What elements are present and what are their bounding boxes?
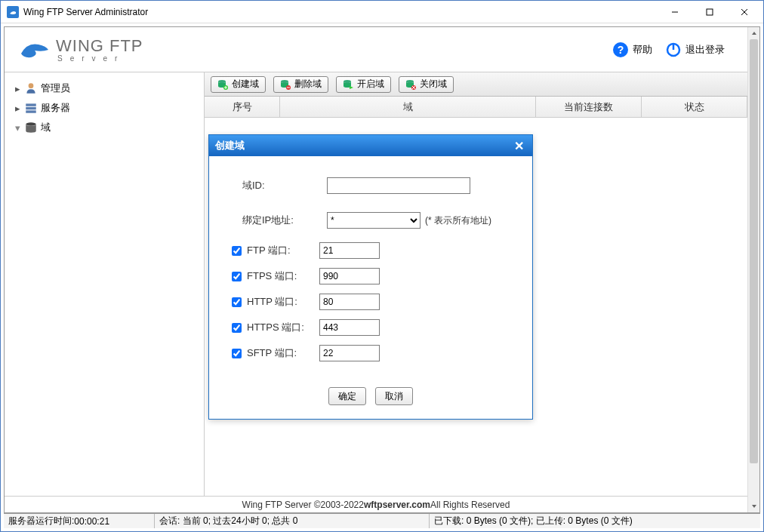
ok-button[interactable]: 确定 [328,387,366,405]
start-domain-button[interactable]: 开启域 [336,76,391,93]
cancel-button[interactable]: 取消 [375,387,413,405]
svg-point-18 [343,80,351,83]
svg-point-10 [26,122,36,126]
column-header-connections[interactable]: 当前连接数 [536,97,642,117]
ftp-checkbox[interactable] [232,246,242,256]
create-domain-dialog: 创建域 ✕ 域ID: [208,134,533,420]
button-label: 关闭域 [420,78,447,91]
column-header-domain[interactable]: 域 [280,97,536,117]
domain-id-input[interactable] [327,177,470,194]
toolbar: 创建域 删除域 开启域 [205,72,747,97]
svg-rect-8 [26,107,36,109]
statusbar: 服务器运行时间: 00:00:21 会话: 当前 0; 过去24小时 0; 总共… [4,513,760,528]
sidebar-item-server[interactable]: ▸ 服务器 [14,98,195,118]
ftps-port-label: FTPS 端口: [247,269,319,283]
create-domain-button[interactable]: 创建域 [211,76,266,93]
footer: Wing FTP Server ©2003-2022 wftpserver.co… [5,496,747,512]
logo: WING FTP Server [20,36,143,63]
app-body: WING FTP Server ? 帮助 退出登录 [1,23,763,531]
sftp-port-label: SFTP 端口: [247,346,319,360]
grid-header: 序号 域 当前连接数 状态 [205,97,747,118]
database-add-icon [217,79,228,90]
bind-ip-label: 绑定IP地址: [242,214,327,227]
scroll-thumb[interactable] [750,39,758,463]
server-icon [24,102,38,114]
dialog-title-text: 创建域 [215,139,245,152]
column-header-index[interactable]: 序号 [205,97,280,117]
help-label: 帮助 [633,43,652,57]
svg-point-11 [218,80,226,83]
svg-rect-9 [26,110,36,112]
button-label: 创建域 [232,78,259,91]
sidebar: ▸ 管理员 ▸ 服务器 ▾ [5,72,205,496]
close-button[interactable] [727,2,762,23]
status-uptime: 服务器运行时间: 00:00:21 [4,514,155,528]
logout-label: 退出登录 [685,43,725,57]
sidebar-item-admin[interactable]: ▸ 管理员 [14,78,195,98]
status-sessions: 会话: 当前 0; 过去24小时 0; 总共 0 [155,514,430,528]
logo-text-main: WING FTP [56,36,143,56]
window-title: Wing FTP Server Administrator [23,7,658,17]
chevron-right-icon: ▸ [14,103,21,114]
ftp-port-label: FTP 端口: [247,244,319,257]
button-label: 开启域 [357,78,384,91]
domain-icon [24,121,38,134]
ftp-port-input[interactable] [319,242,380,259]
grid-body: 创建域 ✕ 域ID: [205,118,747,496]
sidebar-item-label: 服务器 [41,101,70,115]
http-port-input[interactable] [319,294,380,310]
database-delete-icon [280,79,291,90]
ftps-checkbox[interactable] [232,272,242,281]
dialog-close-button[interactable]: ✕ [511,138,526,153]
svg-point-19 [406,80,414,83]
button-label: 删除域 [294,78,322,91]
help-link[interactable]: ? 帮助 [613,42,652,57]
https-checkbox[interactable] [232,323,242,333]
dialog-body: 域ID: 绑定IP地址: * (* 表示所有地址) [209,156,532,419]
sidebar-item-label: 域 [41,121,51,134]
https-port-label: HTTPS 端口: [247,321,319,334]
app-icon [7,6,19,18]
sidebar-item-label: 管理员 [41,81,70,95]
window-controls [658,2,762,23]
user-icon [24,82,38,94]
scroll-up-button[interactable] [748,27,759,39]
status-transfer: 已下载: 0 Bytes (0 文件); 已上传: 0 Bytes (0 文件) [430,514,760,528]
content-area: ▸ 管理员 ▸ 服务器 ▾ [5,72,747,496]
copyright-prefix: Wing FTP Server ©2003-2022 [242,500,364,510]
copyright-suffix: All Rights Reserved [430,500,510,510]
column-header-status[interactable]: 状态 [642,97,747,117]
footer-link[interactable]: wftpserver.com [364,500,430,510]
chevron-right-icon: ▸ [14,83,21,94]
maximize-button[interactable] [692,2,727,23]
delete-domain-button[interactable]: 删除域 [273,76,328,93]
titlebar: Wing FTP Server Administrator [1,1,763,23]
database-start-icon [343,79,353,90]
bind-ip-select[interactable]: * [327,212,421,229]
domain-id-label: 域ID: [242,179,327,192]
chevron-down-icon: ▾ [14,122,21,134]
svg-rect-7 [26,103,36,106]
minimize-button[interactable] [658,2,692,23]
sidebar-item-domain[interactable]: ▾ 域 [14,118,195,137]
http-port-label: HTTP 端口: [247,295,319,309]
header: WING FTP Server ? 帮助 退出登录 [5,27,747,72]
svg-rect-1 [707,9,713,15]
https-port-input[interactable] [319,319,380,336]
ftps-port-input[interactable] [319,268,380,284]
stop-domain-button[interactable]: 关闭域 [399,76,454,93]
http-checkbox[interactable] [232,297,242,307]
app-window: Wing FTP Server Administrator WING FTP S… [0,0,764,532]
scroll-down-button[interactable] [748,500,759,512]
sftp-port-input[interactable] [319,345,380,361]
dialog-titlebar[interactable]: 创建域 ✕ [209,135,532,156]
help-icon: ? [613,42,628,57]
sftp-checkbox[interactable] [232,349,242,358]
logo-icon [20,38,50,61]
app-frame: WING FTP Server ? 帮助 退出登录 [4,26,760,513]
logout-icon [666,42,681,57]
scroll-track[interactable] [748,39,759,500]
vertical-scrollbar[interactable] [747,27,759,512]
logout-link[interactable]: 退出登录 [666,42,725,57]
svg-point-6 [29,83,34,88]
